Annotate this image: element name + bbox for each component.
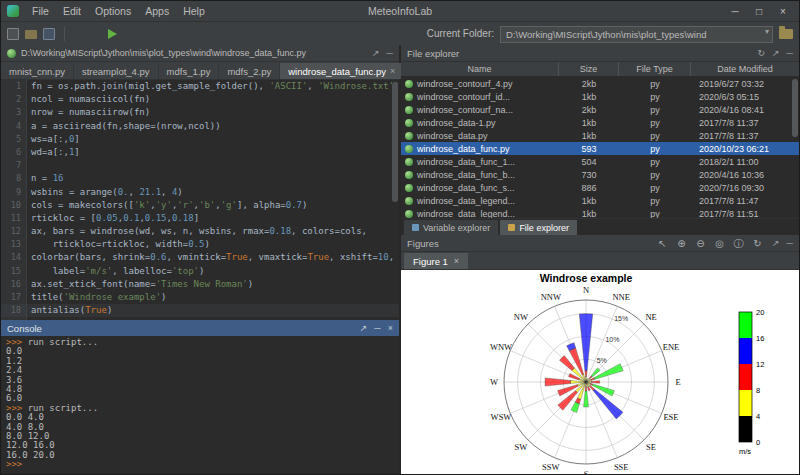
console-header[interactable]: Console ↗ ─ ×	[1, 320, 399, 336]
table-row[interactable]: windrose_data.py1kbpy2017/7/8 11:37	[401, 129, 799, 142]
table-row[interactable]: windrose_contourf_4.py2kbpy2019/6/27 03:…	[401, 77, 799, 90]
table-row[interactable]: windrose_contourf_id...1kbpy2020/6/3 05:…	[401, 90, 799, 103]
minimize-panel-icon[interactable]: ─	[787, 46, 793, 61]
file-date: 2019/6/27 03:32	[691, 79, 799, 89]
scrollbar-thumb[interactable]	[392, 82, 398, 202]
code-text: rtickloc=rtickloc, width=0.5)	[26, 238, 210, 251]
code-text: n = 16	[26, 172, 64, 185]
scrollbar-thumb[interactable]	[792, 79, 798, 137]
tab-file-explorer[interactable]: File explorer	[500, 220, 577, 235]
console-line: 16.0 20.0	[6, 451, 399, 460]
current-folder-input[interactable]	[500, 26, 773, 43]
chevron-down-icon[interactable]: ▾	[765, 27, 769, 37]
line-number: 15	[1, 265, 26, 278]
refresh-icon[interactable]: ↻	[751, 236, 764, 251]
tab-close-icon[interactable]: ×	[390, 66, 395, 76]
full-extent-icon[interactable]: ◎	[713, 236, 726, 251]
code-token: wd=a[:,	[31, 147, 69, 157]
identify-icon[interactable]: ⓘ	[732, 236, 745, 251]
menu-file[interactable]: File	[25, 2, 56, 21]
line-number: 9	[1, 186, 26, 199]
float-panel-icon[interactable]: ↗	[772, 238, 780, 248]
close-icon[interactable]: ×	[454, 256, 459, 266]
editor-scrollbar[interactable]	[392, 82, 398, 312]
editor-tab-label: mdfs_1.py	[167, 66, 211, 77]
code-token: , colors=cols,	[291, 226, 367, 236]
minimize-panel-icon[interactable]: ─	[374, 321, 380, 336]
code-text: antialias(True)	[26, 304, 112, 317]
menu-help[interactable]: Help	[176, 2, 212, 21]
refresh-icon[interactable]: ↻	[758, 46, 766, 61]
window-maximize-button[interactable]: □	[747, 2, 771, 21]
table-row[interactable]: windrose_data_func_b...730py2020/4/16 10…	[401, 168, 799, 181]
file-name-cell: windrose_contourf_na...	[401, 105, 559, 115]
window-minimize-button[interactable]: ─	[723, 2, 747, 21]
float-panel-icon[interactable]: ↗	[372, 46, 380, 61]
menu-edit[interactable]: Edit	[56, 2, 88, 21]
zoom-in-icon[interactable]: ⊕	[675, 236, 688, 251]
menu-options[interactable]: Options	[88, 2, 138, 21]
menu-apps[interactable]: Apps	[138, 2, 176, 21]
code-token: ax, bars = windrose(wd, ws, n, wsbins, r…	[31, 226, 269, 236]
float-panel-icon[interactable]: ↗	[772, 46, 780, 61]
select-arrow-icon[interactable]: ↖	[656, 236, 669, 251]
tab-label: File explorer	[519, 223, 569, 233]
close-icon[interactable]: ×	[388, 321, 393, 336]
code-area[interactable]: 1fn = os.path.join(migl.get_sample_folde…	[1, 80, 399, 320]
run-script-button[interactable]	[108, 29, 117, 39]
editor-tab[interactable]: windrose_data_func.py×	[280, 63, 404, 79]
console-output[interactable]: >>> run script...0.01.22.43.64.86.0>>> r…	[1, 336, 399, 474]
file-name-cell: windrose_data_func.py	[401, 144, 559, 154]
file-list-scrollbar[interactable]	[792, 79, 798, 215]
code-line: 10cols = makecolors(['k','y','r','b','g'…	[1, 199, 399, 212]
table-row[interactable]: windrose_data-1.py1kbpy2017/7/8 11:37	[401, 116, 799, 129]
editor-tab[interactable]: streamplot_4.py	[74, 63, 159, 79]
console-line: 1.2	[6, 357, 399, 366]
file-type: py	[619, 157, 691, 167]
svg-text:5%: 5%	[597, 357, 607, 364]
table-row[interactable]: windrose_data_legend...1kbpy2017/7/8 11:…	[401, 207, 799, 218]
table-row[interactable]: windrose_data_legend...1kbpy2017/7/8 11:…	[401, 194, 799, 207]
file-size: 504	[559, 157, 619, 167]
zoom-out-icon[interactable]: ⊖	[694, 236, 707, 251]
code-token: , labelloc=	[112, 266, 172, 276]
editor-tab[interactable]: mnist_cnn.py	[1, 63, 74, 79]
file-size: 1kb	[559, 92, 619, 102]
minimize-panel-icon[interactable]: ─	[387, 46, 393, 61]
editor-tab[interactable]: mdfs_1.py	[159, 63, 220, 79]
open-script-icon[interactable]	[25, 30, 37, 39]
python-file-icon	[405, 171, 413, 179]
column-header-date-modified[interactable]: Date Modified	[691, 62, 799, 76]
svg-text:ENE: ENE	[663, 342, 680, 352]
table-row[interactable]: windrose_data_func_1...504py2018/2/1 11:…	[401, 155, 799, 168]
figure-canvas[interactable]: 5%10%15%NNNENEENEEESESESSESSSWSWWSWWWNWN…	[401, 270, 799, 474]
line-number: 2	[1, 93, 26, 106]
code-line: 12ax, bars = windrose(wd, ws, n, wsbins,…	[1, 225, 399, 238]
code-token: label=	[31, 266, 85, 276]
code-line: 14colorbar(bars, shrink=0.6, vmintick=Tr…	[1, 251, 399, 264]
line-number: 16	[1, 278, 26, 291]
tab-variable-explorer[interactable]: Variable explorer	[404, 220, 498, 235]
svg-text:SSE: SSE	[614, 462, 629, 472]
float-panel-icon[interactable]: ↗	[360, 321, 368, 336]
code-token: ,	[161, 187, 172, 197]
python-file-icon	[405, 197, 413, 205]
code-token: , vmintick=	[166, 252, 226, 262]
figure-tab[interactable]: Figure 1 ×	[404, 253, 468, 269]
minimize-panel-icon[interactable]: ─	[787, 238, 793, 248]
code-token: 0.6	[150, 252, 166, 262]
code-text: ax.set_xtick_font(name='Times New Roman'…	[26, 278, 253, 291]
table-row[interactable]: windrose_contourf_na...2kbpy2020/4/16 08…	[401, 103, 799, 116]
editor-tab[interactable]: mdfs_2.py	[219, 63, 280, 79]
line-number: 1	[1, 80, 26, 93]
table-row[interactable]: windrose_data_func.py593py2020/10/23 06:…	[401, 142, 799, 155]
window-close-button[interactable]: ×	[771, 2, 795, 21]
browse-folder-button[interactable]	[779, 29, 793, 39]
save-script-icon[interactable]	[43, 28, 55, 40]
table-row[interactable]: windrose_data_func_s...886py2020/7/16 09…	[401, 181, 799, 194]
column-header-file-type[interactable]: File Type	[619, 62, 691, 76]
new-script-icon[interactable]	[7, 28, 19, 40]
column-header-name[interactable]: Name	[401, 62, 559, 76]
code-token: 0.1	[123, 213, 139, 223]
column-header-size[interactable]: Size	[559, 62, 619, 76]
